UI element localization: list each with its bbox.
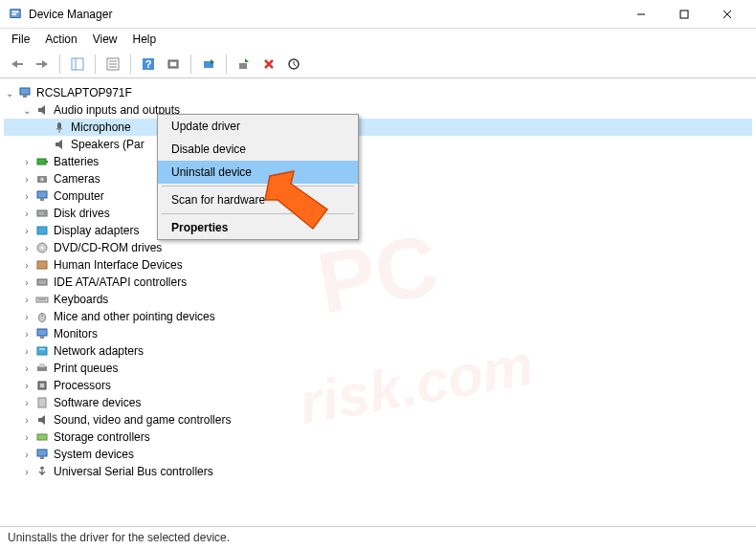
menu-action[interactable]: Action bbox=[37, 31, 84, 48]
tree-diskdrives[interactable]: › Disk drives bbox=[4, 205, 752, 222]
tree-label: Mice and other pointing devices bbox=[54, 310, 215, 323]
svg-rect-26 bbox=[37, 159, 46, 165]
tree-label: Network adapters bbox=[54, 344, 144, 358]
titlebar: Device Manager bbox=[0, 0, 756, 29]
uninstall-device-button[interactable] bbox=[257, 53, 280, 76]
menu-view[interactable]: View bbox=[85, 31, 125, 48]
chevron-right-icon[interactable]: › bbox=[21, 225, 33, 236]
chevron-right-icon[interactable]: › bbox=[21, 380, 33, 391]
chevron-right-icon[interactable]: › bbox=[21, 156, 33, 167]
tree-label: Software devices bbox=[54, 396, 141, 409]
menu-help[interactable]: Help bbox=[125, 31, 165, 48]
tree-systemdevices[interactable]: › System devices bbox=[4, 446, 752, 463]
chevron-down-icon[interactable]: ⌄ bbox=[4, 87, 15, 99]
tree-storage[interactable]: › Storage controllers bbox=[4, 428, 752, 446]
ctx-disable-device[interactable]: Disable device bbox=[158, 138, 358, 161]
scan-hardware-button[interactable] bbox=[162, 53, 185, 76]
ctx-uninstall-device[interactable]: Uninstall device bbox=[158, 161, 358, 184]
tree-mice[interactable]: › Mice and other pointing devices bbox=[4, 308, 752, 325]
chevron-right-icon[interactable]: › bbox=[21, 190, 33, 202]
chevron-right-icon[interactable]: › bbox=[21, 431, 33, 443]
scan-for-changes-button[interactable] bbox=[282, 53, 305, 76]
menu-file[interactable]: File bbox=[4, 31, 37, 48]
monitor-icon bbox=[34, 188, 50, 204]
mouse-icon bbox=[34, 309, 50, 324]
tree-label: Display adapters bbox=[54, 224, 139, 237]
device-tree[interactable]: ⌄ RCSLAPTOP971F ⌄ Audio inputs and outpu… bbox=[0, 78, 756, 518]
toolbar-separator bbox=[59, 55, 60, 74]
tree-printqueues[interactable]: › Print queues bbox=[4, 360, 752, 377]
speaker-icon bbox=[34, 412, 50, 428]
tree-softwaredevices[interactable]: › Software devices bbox=[4, 394, 752, 411]
tree-monitors[interactable]: › Monitors bbox=[4, 325, 752, 342]
svg-rect-48 bbox=[39, 363, 45, 367]
chevron-right-icon[interactable]: › bbox=[21, 449, 33, 460]
tree-batteries[interactable]: › Batteries bbox=[4, 153, 752, 170]
tree-label: Disk drives bbox=[54, 207, 110, 220]
chevron-right-icon[interactable]: › bbox=[21, 208, 33, 219]
update-driver-button[interactable] bbox=[197, 53, 220, 76]
chevron-right-icon[interactable]: › bbox=[21, 414, 33, 426]
tree-microphone[interactable]: Microphone bbox=[4, 119, 752, 136]
svg-rect-27 bbox=[46, 161, 48, 163]
chevron-right-icon[interactable]: › bbox=[21, 242, 33, 253]
printer-icon bbox=[34, 361, 50, 376]
enable-device-button[interactable] bbox=[233, 53, 256, 76]
tree-computer[interactable]: › Computer bbox=[4, 187, 752, 205]
tree-label: System devices bbox=[54, 448, 134, 461]
tree-hid[interactable]: › Human Interface Devices bbox=[4, 256, 752, 274]
maximize-button[interactable] bbox=[662, 0, 705, 29]
svg-rect-53 bbox=[37, 450, 47, 456]
tree-network[interactable]: › Network adapters bbox=[4, 342, 752, 360]
tree-usb[interactable]: › Universal Serial Bus controllers bbox=[4, 463, 752, 480]
chevron-right-icon[interactable]: › bbox=[21, 294, 33, 305]
svg-rect-31 bbox=[40, 198, 44, 201]
ctx-update-driver[interactable]: Update driver bbox=[158, 115, 358, 138]
speaker-icon bbox=[52, 137, 67, 152]
chevron-right-icon[interactable]: › bbox=[21, 259, 33, 271]
tree-root[interactable]: ⌄ RCSLAPTOP971F bbox=[4, 84, 752, 101]
ctx-properties[interactable]: Properties bbox=[158, 216, 358, 239]
tree-label: Sound, video and game controllers bbox=[54, 413, 231, 427]
tree-label: Human Interface Devices bbox=[54, 258, 183, 272]
forward-button[interactable] bbox=[31, 53, 54, 76]
tree-displayadapters[interactable]: › Display adapters bbox=[4, 222, 752, 239]
ctx-separator bbox=[162, 186, 354, 187]
chevron-down-icon[interactable]: ⌄ bbox=[21, 104, 33, 116]
ctx-scan-hardware[interactable]: Scan for hardware bbox=[158, 188, 358, 211]
show-hide-tree-button[interactable] bbox=[66, 53, 89, 76]
chevron-right-icon[interactable]: › bbox=[21, 311, 33, 322]
tree-label: Print queues bbox=[54, 362, 118, 375]
tree-sound[interactable]: › Sound, video and game controllers bbox=[4, 411, 752, 428]
svg-rect-18 bbox=[170, 62, 176, 66]
software-icon bbox=[34, 395, 50, 410]
svg-rect-52 bbox=[37, 434, 47, 440]
svg-rect-30 bbox=[37, 191, 47, 198]
chevron-right-icon[interactable]: › bbox=[21, 362, 33, 374]
tree-speakers[interactable]: Speakers (Par bbox=[4, 136, 752, 153]
tree-dvd[interactable]: › DVD/CD-ROM drives bbox=[4, 239, 752, 256]
back-button[interactable] bbox=[6, 53, 29, 76]
ide-icon bbox=[34, 274, 50, 290]
tree-label: DVD/CD-ROM drives bbox=[54, 241, 162, 254]
tree-label: Storage controllers bbox=[54, 430, 150, 444]
tree-label: Processors bbox=[54, 379, 111, 392]
tree-cameras[interactable]: › Cameras bbox=[4, 170, 752, 187]
chevron-right-icon[interactable]: › bbox=[21, 276, 33, 288]
chevron-right-icon[interactable]: › bbox=[21, 397, 33, 408]
tree-keyboards[interactable]: › Keyboards bbox=[4, 291, 752, 308]
minimize-button[interactable] bbox=[619, 0, 662, 29]
chevron-right-icon[interactable]: › bbox=[21, 466, 33, 477]
tree-ide[interactable]: › IDE ATA/ATAPI controllers bbox=[4, 274, 752, 291]
tree-processors[interactable]: › Processors bbox=[4, 377, 752, 394]
context-menu: Update driver Disable device Uninstall d… bbox=[157, 114, 359, 240]
help-button[interactable]: ? bbox=[137, 53, 160, 76]
tree-label: RCSLAPTOP971F bbox=[36, 86, 132, 99]
chevron-right-icon[interactable]: › bbox=[21, 173, 33, 185]
close-button[interactable] bbox=[705, 0, 748, 29]
tree-label: Batteries bbox=[54, 155, 99, 168]
chevron-right-icon[interactable]: › bbox=[21, 328, 33, 340]
properties-button[interactable] bbox=[101, 53, 124, 76]
chevron-right-icon[interactable]: › bbox=[21, 345, 33, 357]
tree-audio[interactable]: ⌄ Audio inputs and outputs bbox=[4, 101, 752, 119]
